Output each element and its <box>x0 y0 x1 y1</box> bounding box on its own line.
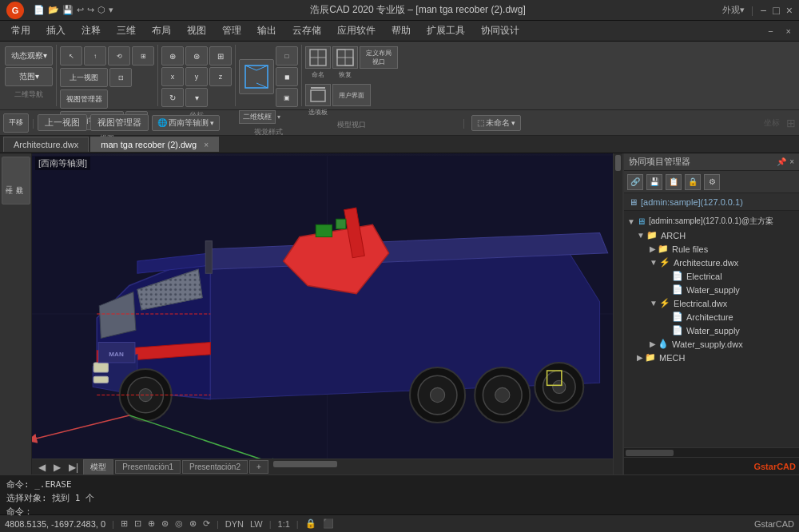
tree-expand-water-dwx[interactable]: ▶ <box>650 339 656 348</box>
status-otrack[interactable]: ⊗ <box>189 518 197 529</box>
tree-expand-arch[interactable]: ▼ <box>637 231 645 240</box>
coord-tool3[interactable]: ⊞ <box>209 46 232 66</box>
minimize-button[interactable]: − <box>760 4 766 17</box>
status-lock-icon[interactable]: 🔒 <box>305 518 316 529</box>
coord-tool4[interactable]: x <box>161 67 184 86</box>
menu-common[interactable]: 常用 <box>3 22 38 39</box>
coord-tool5[interactable]: y <box>185 67 208 86</box>
vscroll-thumb[interactable] <box>615 155 621 171</box>
menu-annotate[interactable]: 注释 <box>74 22 109 39</box>
hscroll-area[interactable] <box>270 459 610 474</box>
tree-rulefiles[interactable]: ▶ 📁 Rule files <box>624 242 799 256</box>
layout-nav-last[interactable]: ▶| <box>66 462 81 473</box>
menu-3d[interactable]: 三维 <box>109 22 144 39</box>
coord-tool8[interactable]: ▾ <box>185 88 208 107</box>
top-btn[interactable]: 上一视图 <box>38 114 87 131</box>
layout-nav-next[interactable]: ▶ <box>50 462 64 473</box>
status-ducs[interactable]: ⟳ <box>203 518 210 529</box>
hscroll-thumb[interactable] <box>273 461 337 467</box>
layout-tab-p1[interactable]: Presentación1 <box>115 460 181 474</box>
open-icon[interactable]: 📂 <box>48 5 59 15</box>
nav-tool5[interactable]: ⊡ <box>109 68 132 87</box>
2d-nav-btn[interactable]: 平移 <box>3 113 29 133</box>
command-input[interactable] <box>36 506 793 517</box>
tree-arch-under-elec[interactable]: 📄 Architecture <box>624 310 799 324</box>
menu-help[interactable]: 帮助 <box>384 22 419 39</box>
tree-arch-folder[interactable]: ▼ 📁 ARCH <box>624 228 799 242</box>
rp-btn-3[interactable]: 📋 <box>666 174 682 190</box>
layout-tab-add[interactable]: + <box>249 460 268 474</box>
unnamed-chevron[interactable]: ▾ <box>511 119 515 127</box>
status-dyn[interactable]: DYN <box>225 519 244 529</box>
nav-tool1[interactable]: ↖ <box>60 46 82 66</box>
view-manager-button[interactable]: 视图管理器 <box>60 89 108 109</box>
rp-btn-5[interactable]: ⚙ <box>704 174 720 190</box>
project-tree[interactable]: ▼ 🖥 [admin:sample](127.0.0.1)@主方案 ▼ 📁 AR… <box>624 211 799 447</box>
menu-apps[interactable]: 应用软件 <box>329 22 384 39</box>
axis-dropdown[interactable]: 🌐 西南等轴测 ▾ <box>152 115 220 131</box>
menu-cloud[interactable]: 云存储 <box>284 22 329 39</box>
status-scale[interactable]: 1:1 <box>278 519 290 529</box>
redo-icon[interactable]: ↪ <box>87 5 94 15</box>
tab-close-icon[interactable]: × <box>204 141 209 149</box>
coord-tool6[interactable]: z <box>209 67 232 86</box>
wireframe-label[interactable]: 二维线框 <box>239 110 276 124</box>
tab-dwg-active[interactable]: man tga recober (2).dwg × <box>90 137 219 152</box>
vs-tool3[interactable]: ▣ <box>276 88 298 107</box>
viewport[interactable]: MAN <box>32 153 623 474</box>
layout-nav-prev[interactable]: ◀ <box>35 462 49 473</box>
dynamic-observe-button[interactable]: 动态观察▾ <box>5 46 53 66</box>
undo-icon[interactable]: ↩ <box>77 5 84 15</box>
vs-tool1[interactable]: □ <box>276 46 298 66</box>
nav-tool2[interactable]: ↑ <box>84 46 106 66</box>
tree-root[interactable]: ▼ 🖥 [admin:sample](127.0.0.1)@主方案 <box>624 214 799 228</box>
close-button[interactable]: × <box>786 4 793 17</box>
vs-dropdown[interactable]: ▾ <box>277 113 280 121</box>
save-icon[interactable]: 💾 <box>62 5 74 15</box>
menu-output[interactable]: 输出 <box>249 22 284 39</box>
tree-expand-mech[interactable]: ▶ <box>637 353 643 362</box>
layout-tab-model[interactable]: 模型 <box>83 459 113 475</box>
rp-btn-2[interactable]: 💾 <box>646 174 662 190</box>
name-button[interactable] <box>305 46 331 69</box>
viewport-vscroll[interactable] <box>613 153 622 474</box>
view-mgr-btn[interactable]: 视图管理器 <box>90 114 149 131</box>
tree-expand-root[interactable]: ▼ <box>627 217 635 226</box>
status-model-icon[interactable]: ⬛ <box>323 518 334 529</box>
tree-arch-dwx[interactable]: ▼ ⚡ Architecture.dwx <box>624 256 799 269</box>
panel-close-icon[interactable]: × <box>789 157 794 166</box>
new-icon[interactable]: 📄 <box>34 5 45 15</box>
layout-tab-p2[interactable]: Presentación2 <box>182 460 248 474</box>
status-osnap[interactable]: ◎ <box>175 518 183 529</box>
status-polar[interactable]: ⊛ <box>161 518 169 529</box>
menu-manage[interactable]: 管理 <box>214 22 249 39</box>
tree-water-dwx[interactable]: ▶ 💧 Water_supply.dwx <box>624 337 799 351</box>
tree-expand-rules[interactable]: ▶ <box>650 244 656 253</box>
nav-btn-1[interactable]: 二维导航 <box>2 157 30 204</box>
panel-close[interactable]: × <box>781 25 796 38</box>
tree-expand-arch-dwx[interactable]: ▼ <box>650 258 658 267</box>
tree-electrical[interactable]: 📄 Electrical <box>624 269 799 283</box>
tree-expand-elec-dwx[interactable]: ▼ <box>650 299 658 308</box>
menu-insert[interactable]: 插入 <box>38 22 74 39</box>
palette-button[interactable] <box>305 84 331 106</box>
cad-viewport[interactable]: MAN <box>32 153 622 474</box>
command-input-row[interactable]: 命令： <box>6 506 793 518</box>
tab-architecture[interactable]: Architecture.dwx <box>3 137 89 152</box>
range-button[interactable]: 范围▾ <box>5 67 53 86</box>
menu-layout[interactable]: 布局 <box>144 22 179 39</box>
coord-tool2[interactable]: ⊛ <box>185 46 208 66</box>
tree-water-supply-2[interactable]: 📄 Water_supply <box>624 324 799 337</box>
nav-tool3[interactable]: ⟲ <box>108 46 130 66</box>
tree-elec-dwx[interactable]: ▼ ⚡ Electrical.dwx <box>624 296 799 310</box>
unnamed-dropdown[interactable]: ⬚ 未命名 ▾ <box>471 115 521 131</box>
user-interface-button[interactable]: 用户界面 <box>332 84 371 106</box>
coord-tool1[interactable]: ⊕ <box>161 46 184 66</box>
panel-min[interactable]: − <box>763 25 777 38</box>
nav-tool4[interactable]: ⊞ <box>132 46 154 66</box>
status-snap[interactable]: ⊡ <box>134 518 141 529</box>
rp-btn-4[interactable]: 🔒 <box>685 174 701 190</box>
tree-mech-folder[interactable]: ▶ 📁 MECH <box>624 351 799 364</box>
status-lw[interactable]: LW <box>250 519 263 529</box>
vs-tool2[interactable]: ◼ <box>276 67 298 86</box>
